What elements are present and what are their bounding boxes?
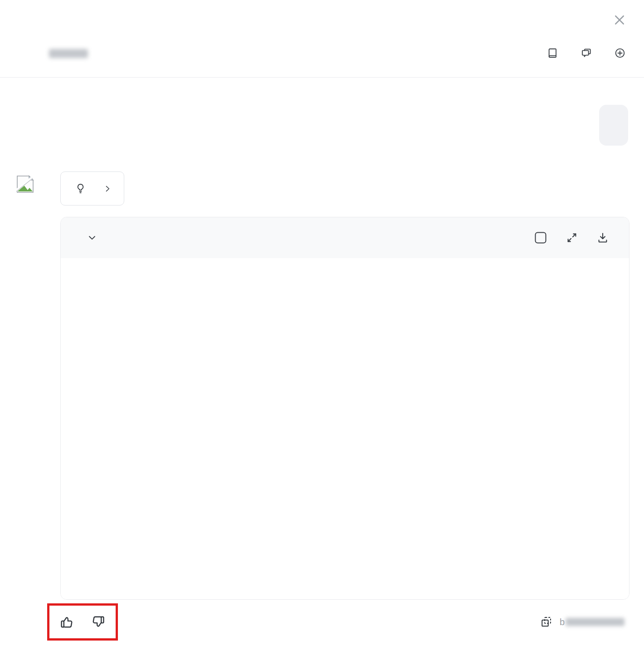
analysis-status-pill[interactable] (60, 171, 124, 206)
view-sql-button[interactable] (534, 231, 547, 245)
expand-icon (566, 231, 578, 244)
chevron-down-icon (87, 233, 97, 243)
broken-image-icon (15, 175, 35, 193)
feedback-annotation-box (47, 603, 118, 641)
combo-chart (61, 258, 629, 600)
close-button[interactable] (610, 11, 629, 29)
lightbulb-icon (74, 182, 87, 195)
copy-icon (540, 615, 553, 629)
close-icon (613, 13, 626, 27)
chevron-right-icon (103, 184, 112, 193)
session-id-row: b (540, 615, 624, 629)
book-icon (547, 47, 559, 59)
chat-history-icon (581, 47, 592, 59)
thumbs-down-button[interactable] (90, 614, 106, 630)
chart-type-selector[interactable] (82, 233, 97, 243)
expand-chart-button[interactable] (566, 231, 578, 244)
add-to-error-set-button[interactable] (614, 47, 630, 59)
download-icon (596, 231, 609, 244)
user-name-redacted (49, 49, 88, 58)
chart-toolbar (534, 231, 609, 245)
header-actions (547, 47, 630, 59)
download-chart-button[interactable] (596, 231, 609, 244)
user-question-bubble (599, 105, 628, 146)
session-id-blur (566, 618, 624, 626)
session-id-char: b (560, 617, 565, 627)
copy-id-button[interactable] (540, 615, 553, 629)
chart-card-header (61, 217, 629, 258)
session-id-redacted: b (560, 617, 624, 627)
sql-icon (534, 231, 547, 245)
chart-area (61, 258, 629, 600)
assistant-avatar (15, 175, 44, 193)
thumbs-down-icon (90, 614, 106, 630)
plus-circle-icon (614, 47, 626, 59)
chart-card (60, 217, 629, 600)
header-divider (0, 77, 644, 78)
recall-knowledge-button[interactable] (547, 47, 563, 59)
thumbs-up-button[interactable] (59, 614, 75, 630)
thumbs-up-icon (59, 614, 75, 630)
message-history-button[interactable] (581, 47, 597, 59)
meta-row (13, 49, 88, 58)
